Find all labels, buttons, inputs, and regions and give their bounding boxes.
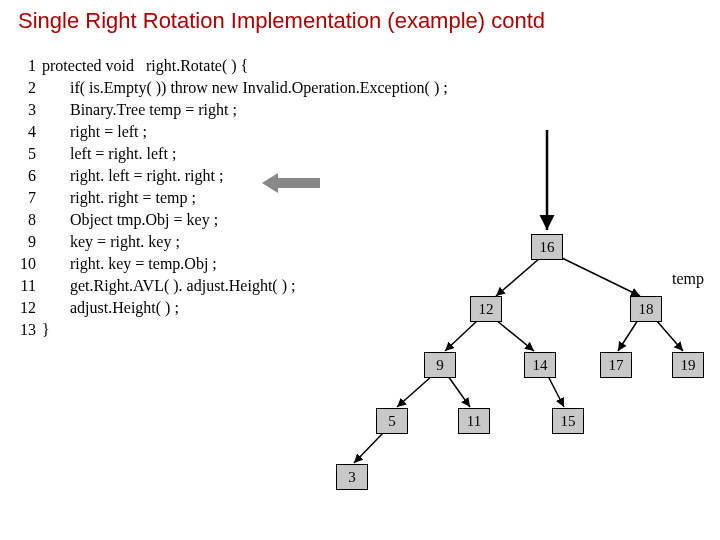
code-line-9: 9key = right. key ; — [14, 231, 448, 253]
tree-node-9: 9 — [424, 352, 456, 378]
svg-marker-0 — [262, 173, 320, 193]
tree-node-12: 12 — [470, 296, 502, 322]
svg-line-9 — [448, 376, 470, 407]
svg-line-10 — [548, 376, 564, 407]
code-line-8: 8Object tmp.Obj = key ; — [14, 209, 448, 231]
code-line-11: 11get.Right.AVL( ). adjust.Height( ) ; — [14, 275, 448, 297]
code-line-1: 1protected void right.Rotate( ) { — [14, 55, 448, 77]
tree-node-11: 11 — [458, 408, 490, 434]
svg-line-11 — [354, 432, 384, 463]
slide-title: Single Right Rotation Implementation (ex… — [18, 8, 545, 34]
svg-line-2 — [496, 258, 540, 296]
code-line-4: 4right = left ; — [14, 121, 448, 143]
tree-node-18: 18 — [630, 296, 662, 322]
code-line-5: 5left = right. left ; — [14, 143, 448, 165]
svg-line-7 — [656, 320, 683, 351]
code-listing: 1protected void right.Rotate( ) { 2if( i… — [14, 55, 448, 341]
tree-node-5: 5 — [376, 408, 408, 434]
tree-node-15: 15 — [552, 408, 584, 434]
code-line-2: 2if( is.Empty( )) throw new Invalid.Oper… — [14, 77, 448, 99]
code-line-12: 12adjust.Height( ) ; — [14, 297, 448, 319]
code-line-10: 10right. key = temp.Obj ; — [14, 253, 448, 275]
svg-line-4 — [445, 320, 478, 351]
code-line-3: 3Binary.Tree temp = right ; — [14, 99, 448, 121]
tree-node-19: 19 — [672, 352, 704, 378]
tree-node-3: 3 — [336, 464, 368, 490]
code-line-6: 6right. left = right. right ; — [14, 165, 448, 187]
svg-line-5 — [496, 320, 534, 351]
svg-line-3 — [562, 258, 640, 296]
temp-label: temp — [672, 270, 704, 288]
tree-node-17: 17 — [600, 352, 632, 378]
svg-line-6 — [618, 320, 638, 351]
code-line-7: 7right. right = temp ; — [14, 187, 448, 209]
tree-node-14: 14 — [524, 352, 556, 378]
tree-node-16: 16 — [531, 234, 563, 260]
highlight-arrow-icon — [262, 172, 322, 194]
svg-line-8 — [397, 376, 432, 407]
code-line-13: 13} — [14, 319, 448, 341]
